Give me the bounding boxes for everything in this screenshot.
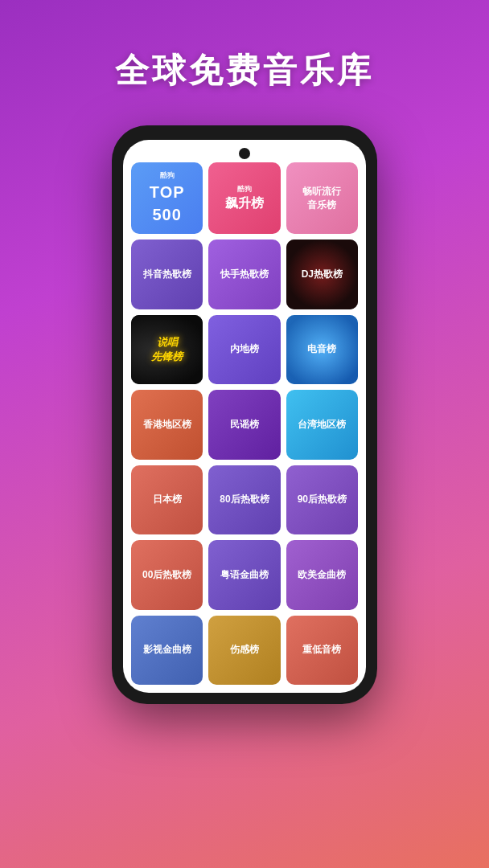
music-card-minyao[interactable]: 民谣榜 [208, 390, 280, 459]
screen-content: 酷狗 TOP 500 酷狗 飙升榜 畅听流行音乐榜抖音热歌榜快手热歌榜DJ热歌榜… [123, 140, 366, 693]
music-card-dj[interactable]: DJ热歌榜 [286, 240, 358, 309]
music-card-oumei[interactable]: 欧美金曲榜 [286, 540, 358, 609]
music-card-kuaishou[interactable]: 快手热歌榜 [208, 240, 280, 309]
phone-screen: 酷狗 TOP 500 酷狗 飙升榜 畅听流行音乐榜抖音热歌榜快手热歌榜DJ热歌榜… [123, 140, 366, 693]
notch [239, 148, 250, 159]
music-card-shuochang[interactable]: 说唱先锋榜 [131, 315, 203, 384]
music-card-90hou[interactable]: 90后热歌榜 [286, 465, 358, 534]
phone-wrapper: 酷狗 TOP 500 酷狗 飙升榜 畅听流行音乐榜抖音热歌榜快手热歌榜DJ热歌榜… [112, 125, 377, 704]
music-card-80hou[interactable]: 80后热歌榜 [208, 465, 280, 534]
music-card-zhongdiyin[interactable]: 重低音榜 [286, 616, 358, 686]
music-card-xianggang[interactable]: 香港地区榜 [131, 390, 203, 459]
music-card-taiwan[interactable]: 台湾地区榜 [286, 390, 358, 459]
music-card-riben[interactable]: 日本榜 [131, 465, 203, 534]
music-card-top500[interactable]: 酷狗 TOP 500 [131, 162, 203, 234]
music-card-00hou[interactable]: 00后热歌榜 [131, 540, 203, 609]
music-card-yueyu[interactable]: 粤语金曲榜 [208, 540, 280, 609]
music-card-yingshi[interactable]: 影视金曲榜 [131, 616, 203, 686]
music-card-diyin[interactable]: 电音榜 [286, 315, 358, 384]
music-card-shanggan[interactable]: 伤感榜 [208, 616, 280, 686]
music-card-liuxing[interactable]: 畅听流行音乐榜 [286, 162, 358, 234]
music-card-neidi[interactable]: 内地榜 [208, 315, 280, 384]
page-title: 全球免费音乐库 [115, 48, 374, 93]
music-card-feiyang[interactable]: 酷狗 飙升榜 [208, 162, 280, 234]
music-card-douyin[interactable]: 抖音热歌榜 [131, 240, 203, 309]
